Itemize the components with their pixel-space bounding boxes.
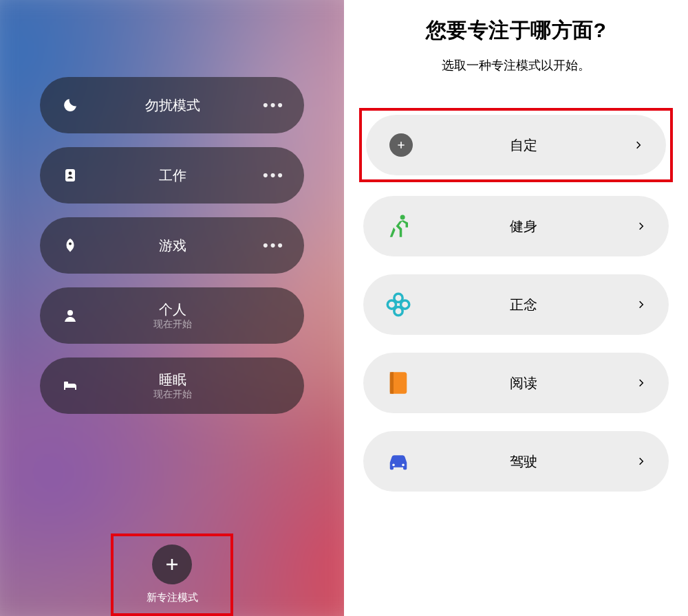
svg-rect-4 xyxy=(64,382,68,385)
svg-point-2 xyxy=(69,243,72,245)
new-focus-highlight-box: 新专注模式 xyxy=(111,534,233,616)
chevron-right-icon xyxy=(634,376,648,390)
focus-mode-sleep[interactable]: 睡眠 现在开始 ••• xyxy=(40,358,304,414)
more-icon[interactable]: ••• xyxy=(261,166,286,184)
chevron-right-icon xyxy=(634,219,648,233)
focus-option-list: 自定 健身 正念 阅读 xyxy=(363,112,669,492)
focus-mode-personal[interactable]: 个人 现在开始 ••• xyxy=(40,287,304,344)
focus-mode-label: 睡眠 xyxy=(159,371,186,388)
svg-point-3 xyxy=(67,310,73,316)
option-fitness[interactable]: 健身 xyxy=(363,196,669,256)
option-reading[interactable]: 阅读 xyxy=(363,353,669,413)
fitness-icon xyxy=(384,212,413,241)
mindfulness-icon xyxy=(384,290,413,319)
page-subtitle: 选取一种专注模式以开始。 xyxy=(363,57,669,74)
driving-icon xyxy=(384,447,413,476)
svg-rect-0 xyxy=(65,169,75,182)
badge-icon xyxy=(56,167,84,184)
svg-point-9 xyxy=(401,300,409,309)
more-icon[interactable]: ••• xyxy=(261,236,286,254)
focus-mode-sublabel: 现在开始 xyxy=(153,388,192,401)
plus-circle-icon xyxy=(387,133,416,157)
person-icon xyxy=(56,307,84,324)
option-mindfulness[interactable]: 正念 xyxy=(363,274,669,335)
bed-icon xyxy=(56,377,84,394)
option-driving[interactable]: 驾驶 xyxy=(363,431,669,492)
option-label: 阅读 xyxy=(413,374,634,393)
option-label: 自定 xyxy=(416,136,632,155)
option-label: 健身 xyxy=(413,217,634,236)
page-title: 您要专注于哪方面? xyxy=(363,16,669,45)
rocket-icon xyxy=(56,237,84,254)
svg-point-8 xyxy=(387,300,396,309)
option-highlight-box: 自定 xyxy=(359,108,673,182)
focus-mode-label: 工作 xyxy=(159,167,186,184)
moon-icon xyxy=(56,97,84,113)
option-label: 驾驶 xyxy=(413,452,634,471)
focus-mode-work[interactable]: 工作 ••• xyxy=(40,147,304,204)
new-focus-button[interactable] xyxy=(152,544,192,584)
chevron-right-icon xyxy=(632,138,645,152)
reading-icon xyxy=(384,368,413,397)
focus-mode-label: 游戏 xyxy=(159,237,186,254)
focus-mode-list: 勿扰模式 ••• 工作 ••• 游戏 ••• xyxy=(0,0,344,414)
focus-mode-sublabel: 现在开始 xyxy=(153,318,192,331)
svg-rect-11 xyxy=(390,372,394,394)
focus-setup-panel: 您要专注于哪方面? 选取一种专注模式以开始。 自定 健身 正念 xyxy=(344,0,688,616)
option-custom[interactable]: 自定 xyxy=(366,115,666,175)
focus-mode-dnd[interactable]: 勿扰模式 ••• xyxy=(40,77,304,133)
chevron-right-icon xyxy=(634,298,648,311)
svg-point-13 xyxy=(402,464,405,467)
new-focus-label: 新专注模式 xyxy=(147,591,198,604)
svg-point-12 xyxy=(392,464,395,467)
focus-mode-label: 个人 xyxy=(159,301,186,318)
focus-mode-gaming[interactable]: 游戏 ••• xyxy=(40,217,304,274)
svg-point-1 xyxy=(69,172,72,175)
svg-point-5 xyxy=(400,214,405,219)
control-center-focus-panel: 勿扰模式 ••• 工作 ••• 游戏 ••• xyxy=(0,0,344,616)
focus-mode-label: 勿扰模式 xyxy=(145,97,200,114)
option-label: 正念 xyxy=(413,296,634,314)
more-icon[interactable]: ••• xyxy=(261,96,286,114)
chevron-right-icon xyxy=(634,454,648,468)
